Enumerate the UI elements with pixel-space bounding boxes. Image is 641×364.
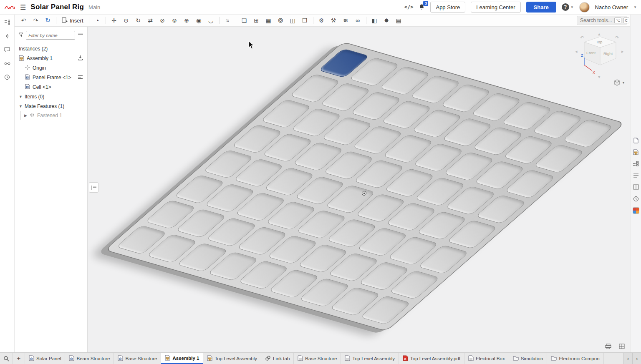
- share-button[interactable]: Share: [526, 2, 556, 13]
- planar-mate-icon[interactable]: ⊘: [157, 16, 168, 25]
- sync-icon[interactable]: [78, 55, 84, 62]
- graphics-canvas[interactable]: Instances (2) Assembly 1OriginPanel Fram…: [15, 27, 630, 352]
- versions-panel-icon[interactable]: [632, 195, 640, 203]
- user-caret-down-icon[interactable]: ▼: [633, 5, 637, 9]
- exploded-view-icon[interactable]: ✸: [381, 16, 392, 25]
- group-icon[interactable]: ❏: [239, 16, 250, 25]
- follow-mode-icon[interactable]: [3, 60, 11, 67]
- spin-left-icon: ◂: [575, 49, 578, 54]
- history-icon[interactable]: [3, 73, 11, 81]
- mate-feature-row[interactable]: ▶Fastened 1: [21, 111, 87, 120]
- instance-structure-panel-icon[interactable]: [632, 160, 640, 168]
- folder-icon[interactable]: ❐: [299, 16, 310, 25]
- comment-panel-icon[interactable]: [632, 136, 640, 144]
- filter-input[interactable]: [26, 31, 75, 40]
- belt-relation-icon[interactable]: ∞: [352, 16, 363, 25]
- chevron-right-icon[interactable]: ▶: [24, 113, 27, 118]
- tree-row-origin[interactable]: Origin: [15, 63, 87, 73]
- parts-list-panel-icon[interactable]: [632, 148, 640, 156]
- scroll-tabs-left-icon[interactable]: ‹: [623, 353, 632, 364]
- linear-pattern-icon[interactable]: ▦: [263, 16, 274, 25]
- panel-collapse-button[interactable]: [89, 182, 98, 193]
- help-menu[interactable]: ? ▼: [562, 3, 574, 11]
- app-store-button[interactable]: App Store: [430, 2, 465, 13]
- shortcut-key-alt: ⌥: [614, 18, 621, 23]
- screw-relation-icon[interactable]: ≋: [340, 16, 351, 25]
- pin-slot-mate-icon[interactable]: ⊕: [181, 16, 192, 25]
- tab-search-button[interactable]: [0, 353, 13, 364]
- print-icon[interactable]: [604, 343, 612, 349]
- ball-mate-icon[interactable]: ◉: [193, 16, 204, 25]
- section-view-icon[interactable]: ◧: [369, 16, 380, 25]
- slider-mate-icon[interactable]: ⇄: [145, 16, 156, 25]
- user-avatar[interactable]: [579, 2, 590, 13]
- tab-beam-structure[interactable]: Beam Structure: [65, 353, 114, 364]
- solar-panel[interactable]: [104, 42, 625, 331]
- tab-label: Top Level Assembly: [215, 356, 257, 361]
- search-tools-input[interactable]: Search tools... ⌥ C: [577, 16, 627, 25]
- tab-label: Base Structure: [125, 356, 157, 361]
- folder-icon: [551, 356, 557, 361]
- view-cube[interactable]: ↶ ↷ ▴ ◂ ▸ ▾ Top Front Right Z: [574, 32, 626, 79]
- replicate-icon[interactable]: ◫: [287, 16, 298, 25]
- tab-assembly-1[interactable]: Assembly 1: [161, 353, 203, 364]
- view-mode-menu[interactable]: ▼: [613, 79, 625, 86]
- apps-panel-icon[interactable]: [632, 206, 640, 214]
- tab-electronic-compon[interactable]: Electronic Compon: [547, 353, 603, 364]
- tab-top-level-assembly[interactable]: Top Level Assembly: [341, 353, 399, 364]
- tab-base-structure[interactable]: Base Structure: [114, 353, 161, 364]
- tab-top-level-assembly[interactable]: Top Level Assembly: [203, 353, 261, 364]
- tangent-mate-icon[interactable]: ◡: [205, 16, 217, 25]
- mate-icon[interactable]: ✛: [109, 16, 120, 25]
- add-tab-button[interactable]: ＋: [13, 353, 25, 364]
- toolbar-separator: [56, 17, 56, 24]
- cylindrical-mate-icon[interactable]: ⊚: [169, 16, 180, 25]
- refresh-icon[interactable]: ↻: [42, 16, 53, 25]
- tab-solar-panel[interactable]: Solar Panel: [25, 353, 65, 364]
- properties-panel-icon[interactable]: [632, 171, 640, 179]
- tab-scroll: ‹ ›: [623, 353, 641, 364]
- main-menu-icon[interactable]: ☰: [20, 3, 26, 11]
- tree-label: Origin: [33, 65, 84, 71]
- list-options-icon[interactable]: [78, 32, 83, 38]
- scroll-tabs-right-icon[interactable]: ›: [632, 353, 641, 364]
- undo-icon[interactable]: ↶: [18, 16, 29, 25]
- filter-icon[interactable]: [18, 33, 23, 38]
- folder-icon: [513, 356, 519, 361]
- learning-center-button[interactable]: Learning Center: [471, 2, 520, 13]
- tab-base-structure[interactable]: Base Structure: [294, 353, 341, 364]
- appearance-panel-icon[interactable]: [632, 183, 640, 191]
- tab-simulation[interactable]: Simulation: [509, 353, 548, 364]
- named-views-icon[interactable]: ◔: [92, 16, 103, 25]
- feature-list-icon[interactable]: [3, 18, 11, 26]
- mate-connector-icon[interactable]: ⊞: [251, 16, 262, 25]
- tree-row-assembly-1[interactable]: Assembly 1: [15, 53, 87, 63]
- tree-label: Panel Frame <1>: [33, 75, 75, 80]
- onshape-logo[interactable]: [4, 4, 15, 10]
- caret-down-icon: ▼: [622, 81, 625, 85]
- notifications-icon[interactable]: 3: [419, 4, 425, 10]
- tab-electrical-box[interactable]: Electrical Box: [464, 353, 509, 364]
- tab-link-tab[interactable]: Link tab: [261, 353, 294, 364]
- insert-button[interactable]: Insert: [59, 16, 86, 25]
- tree-row-panel-frame-1[interactable]: Panel Frame <1>: [15, 73, 87, 82]
- bom-icon[interactable]: ▤: [393, 16, 404, 25]
- mate-features-header[interactable]: ▼ Mate Features (1): [15, 101, 87, 111]
- revolute-mate-icon[interactable]: ↻: [133, 16, 144, 25]
- snap-mode-icon[interactable]: ≈: [222, 16, 233, 25]
- code-icon[interactable]: </>: [404, 4, 414, 10]
- gear-relation-icon[interactable]: ⚙: [316, 16, 327, 25]
- comments-icon[interactable]: [3, 46, 11, 53]
- workspace-branch[interactable]: Main: [88, 4, 100, 10]
- in-context-icon[interactable]: [78, 75, 84, 80]
- tree-row-cell-1[interactable]: Cell <1>: [15, 82, 87, 92]
- circular-pattern-icon[interactable]: ❂: [275, 16, 286, 25]
- items-header[interactable]: ▼ Items (0): [15, 92, 87, 101]
- part-icon: [25, 84, 30, 90]
- tab-top-level-assembly-pdf[interactable]: ATop Level Assembly.pdf: [399, 353, 464, 364]
- redo-icon[interactable]: ↷: [30, 16, 41, 25]
- fastened-mate-icon[interactable]: ⊙: [121, 16, 132, 25]
- selection-tools-icon[interactable]: [3, 32, 11, 40]
- panel-grid-icon[interactable]: [618, 343, 626, 349]
- rack-relation-icon[interactable]: ⚒: [328, 16, 339, 25]
